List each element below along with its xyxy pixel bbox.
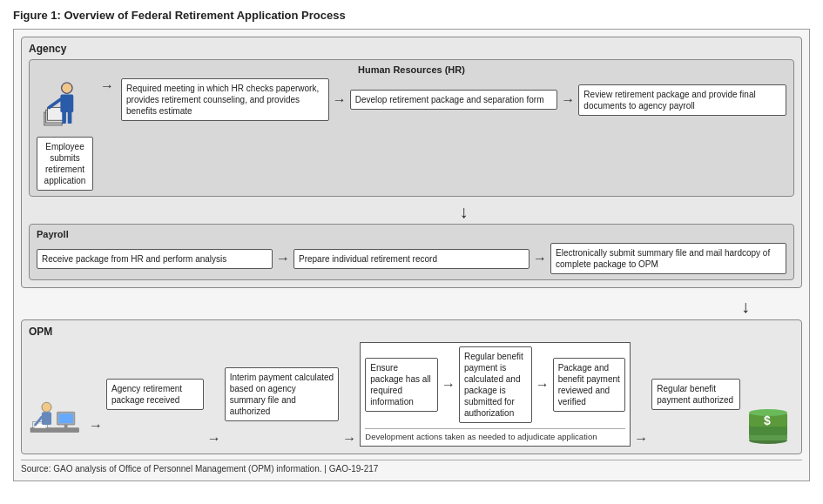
payroll-box3: Electronically submit summary file and m… [550, 243, 786, 274]
arrow-9: → [442, 376, 455, 394]
svg-point-15 [42, 403, 51, 413]
opm-box2: Interim payment calculated based on agen… [225, 367, 340, 421]
arrow-10: → [536, 376, 550, 394]
hr-label: Human Resources (HR) [37, 64, 786, 75]
diagram-container: Agency Human Resources (HR) [13, 29, 810, 481]
opm-section: OPM [21, 319, 802, 454]
svg-rect-6 [62, 111, 66, 124]
svg-rect-7 [68, 111, 72, 124]
opm-flow: → Agency retirement package received → I… [29, 342, 794, 447]
employee-figure-icon [41, 78, 89, 135]
arrow-6: → [89, 418, 103, 433]
money-figure-col: $ [742, 399, 794, 447]
opm-worker-icon [29, 394, 85, 447]
employee-box: Employee submits retirement application [37, 137, 93, 191]
svg-rect-16 [42, 413, 51, 426]
money-stack-icon: $ [745, 399, 793, 447]
payroll-box2: Prepare individual retirement record [293, 249, 530, 269]
hr-flow: Required meeting in which HR checks pape… [121, 78, 786, 121]
agency-label: Agency [29, 43, 794, 55]
employee-col: Employee submits retirement application [37, 78, 93, 191]
opm-inner-top-row: Ensure package has all required informat… [365, 346, 625, 423]
svg-rect-12 [64, 425, 68, 428]
svg-rect-11 [58, 413, 73, 423]
opm-inner-box2: Regular benefit payment is calculated an… [459, 346, 532, 423]
payroll-box1: Receive package from HR and perform anal… [37, 249, 273, 269]
hr-box2: Develop retirement package and separatio… [350, 90, 558, 110]
opm-box-last: Regular benefit payment authorized [651, 379, 740, 410]
opm-inner-box1: Ensure package has all required informat… [365, 358, 438, 412]
opm-figure-col [29, 394, 85, 447]
opm-label: OPM [29, 326, 794, 338]
arrow-3: → [561, 92, 575, 108]
svg-text:$: $ [764, 413, 771, 427]
down-arrow-icon: ↓ [460, 202, 469, 222]
figure-title: Figure 1: Overview of Federal Retirement… [13, 9, 810, 22]
arrow-7: → [207, 431, 221, 447]
svg-point-4 [62, 84, 71, 93]
hr-to-payroll-arrow: ↓ [133, 202, 794, 222]
hr-section: Human Resources (HR) [29, 59, 794, 197]
arrow-8: → [342, 431, 356, 447]
agency-to-opm-arrow: ↓ [21, 297, 802, 317]
payroll-section: Payroll Receive package from HR and perf… [29, 224, 794, 280]
arrow-5: → [533, 251, 547, 266]
svg-line-8 [49, 99, 60, 107]
arrow-2: → [333, 92, 347, 108]
opm-box1: Agency retirement package received [106, 379, 204, 410]
svg-rect-9 [30, 428, 78, 433]
svg-rect-5 [60, 95, 73, 112]
opm-development-note: Development actions taken as needed to a… [365, 428, 625, 442]
hr-box1: Required meeting in which HR checks pape… [121, 78, 329, 121]
payroll-flow: Receive package from HR and perform anal… [37, 243, 786, 274]
payroll-label: Payroll [37, 229, 786, 239]
hr-box3: Review retirement package and provide fi… [578, 84, 786, 116]
arrow-4: → [276, 251, 290, 266]
arrow-11: → [634, 431, 648, 447]
agency-section: Agency Human Resources (HR) [21, 37, 802, 288]
opm-inner-box3: Package and benefit payment reviewed and… [553, 358, 626, 412]
opm-combined-box: Ensure package has all required informat… [360, 342, 631, 447]
source-text: Source: GAO analysis of Office of Person… [21, 460, 802, 474]
down-arrow-large-icon: ↓ [741, 297, 750, 317]
arrow-1: → [100, 78, 114, 94]
